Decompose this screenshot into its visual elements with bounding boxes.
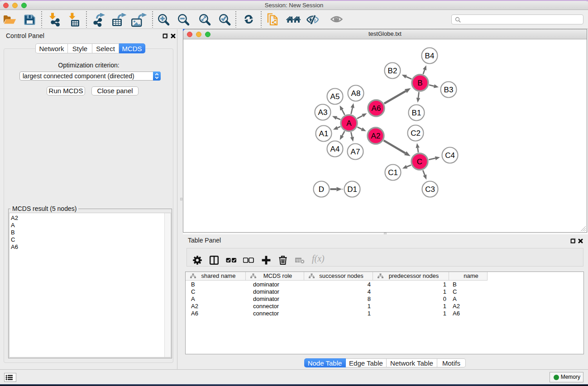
svg-text:A3: A3 <box>318 108 328 117</box>
svg-text:B: B <box>417 79 422 87</box>
svg-text:B2: B2 <box>388 67 397 75</box>
svg-text:A8: A8 <box>351 89 361 98</box>
svg-text:A6: A6 <box>372 104 381 113</box>
svg-text:B4: B4 <box>425 52 435 60</box>
svg-text:A5: A5 <box>330 92 340 101</box>
svg-text:C2: C2 <box>411 129 421 138</box>
svg-text:B3: B3 <box>444 86 454 94</box>
svg-text:C4: C4 <box>445 151 455 160</box>
svg-text:D: D <box>319 185 324 194</box>
svg-text:D1: D1 <box>347 185 357 194</box>
svg-text:A1: A1 <box>319 129 329 138</box>
svg-text:A: A <box>346 119 352 128</box>
svg-text:C3: C3 <box>425 185 435 194</box>
svg-text:B1: B1 <box>412 109 421 117</box>
svg-text:A4: A4 <box>330 145 340 153</box>
svg-text:A7: A7 <box>351 148 360 156</box>
svg-text:C: C <box>417 157 422 166</box>
svg-text:C1: C1 <box>388 168 398 177</box>
svg-text:A2: A2 <box>371 132 381 140</box>
